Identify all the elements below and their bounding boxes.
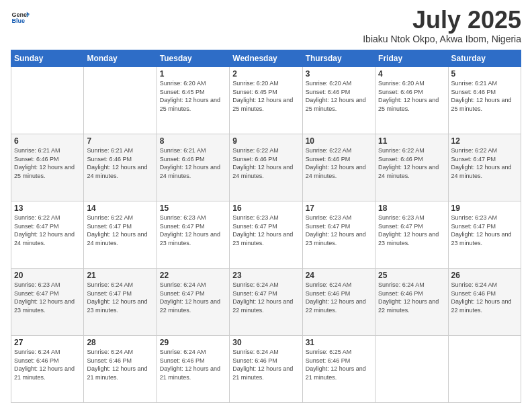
logo: General Blue xyxy=(11,8,30,27)
calendar-cell: 20Sunrise: 6:23 AM Sunset: 6:47 PM Dayli… xyxy=(11,269,84,336)
calendar-cell: 18Sunrise: 6:23 AM Sunset: 6:47 PM Dayli… xyxy=(375,201,448,269)
day-number: 17 xyxy=(306,203,372,213)
calendar-cell: 5Sunrise: 6:21 AM Sunset: 6:46 PM Daylig… xyxy=(448,67,521,134)
day-number: 11 xyxy=(378,136,445,146)
day-info: Sunrise: 6:20 AM Sunset: 6:45 PM Dayligh… xyxy=(232,79,299,113)
day-number: 2 xyxy=(232,69,299,79)
day-number: 4 xyxy=(378,69,445,79)
day-info: Sunrise: 6:22 AM Sunset: 6:47 PM Dayligh… xyxy=(451,146,518,180)
day-info: Sunrise: 6:20 AM Sunset: 6:45 PM Dayligh… xyxy=(160,79,226,113)
calendar-cell: 23Sunrise: 6:24 AM Sunset: 6:47 PM Dayli… xyxy=(230,269,302,336)
day-number: 14 xyxy=(87,203,153,213)
weekday-header-sunday: Sunday xyxy=(11,50,84,67)
calendar-cell: 19Sunrise: 6:23 AM Sunset: 6:47 PM Dayli… xyxy=(448,201,521,269)
day-info: Sunrise: 6:24 AM Sunset: 6:46 PM Dayligh… xyxy=(160,348,226,381)
day-number: 6 xyxy=(14,136,81,146)
day-info: Sunrise: 6:24 AM Sunset: 6:46 PM Dayligh… xyxy=(14,348,81,381)
calendar-cell: 3Sunrise: 6:20 AM Sunset: 6:46 PM Daylig… xyxy=(302,67,375,134)
calendar-cell: 14Sunrise: 6:22 AM Sunset: 6:47 PM Dayli… xyxy=(84,201,157,269)
week-row-1: 1Sunrise: 6:20 AM Sunset: 6:45 PM Daylig… xyxy=(11,67,521,134)
calendar-cell: 7Sunrise: 6:21 AM Sunset: 6:46 PM Daylig… xyxy=(84,134,157,201)
weekday-header-tuesday: Tuesday xyxy=(157,50,229,67)
day-number: 26 xyxy=(451,271,518,280)
week-row-2: 6Sunrise: 6:21 AM Sunset: 6:46 PM Daylig… xyxy=(11,134,521,201)
day-info: Sunrise: 6:21 AM Sunset: 6:46 PM Dayligh… xyxy=(87,146,153,180)
day-number: 15 xyxy=(160,203,226,213)
calendar-cell xyxy=(448,336,521,403)
day-info: Sunrise: 6:23 AM Sunset: 6:47 PM Dayligh… xyxy=(378,214,445,247)
week-row-5: 27Sunrise: 6:24 AM Sunset: 6:46 PM Dayli… xyxy=(11,336,521,403)
day-number: 22 xyxy=(160,271,226,280)
day-number: 18 xyxy=(378,203,445,213)
day-number: 27 xyxy=(14,338,81,347)
day-number: 9 xyxy=(232,136,299,146)
calendar-cell: 16Sunrise: 6:23 AM Sunset: 6:47 PM Dayli… xyxy=(230,201,302,269)
day-info: Sunrise: 6:24 AM Sunset: 6:46 PM Dayligh… xyxy=(306,281,372,314)
day-info: Sunrise: 6:24 AM Sunset: 6:47 PM Dayligh… xyxy=(160,281,226,314)
calendar-cell: 22Sunrise: 6:24 AM Sunset: 6:47 PM Dayli… xyxy=(157,269,229,336)
day-number: 5 xyxy=(451,69,518,79)
day-number: 23 xyxy=(232,271,299,280)
day-number: 20 xyxy=(14,271,81,280)
day-info: Sunrise: 6:20 AM Sunset: 6:46 PM Dayligh… xyxy=(306,79,372,113)
day-number: 10 xyxy=(306,136,372,146)
day-number: 12 xyxy=(451,136,518,146)
calendar-cell: 24Sunrise: 6:24 AM Sunset: 6:46 PM Dayli… xyxy=(302,269,375,336)
calendar-cell: 9Sunrise: 6:22 AM Sunset: 6:46 PM Daylig… xyxy=(230,134,302,201)
weekday-header-saturday: Saturday xyxy=(448,50,521,67)
day-info: Sunrise: 6:21 AM Sunset: 6:46 PM Dayligh… xyxy=(451,79,518,113)
weekday-header-row: SundayMondayTuesdayWednesdayThursdayFrid… xyxy=(11,50,521,67)
day-info: Sunrise: 6:23 AM Sunset: 6:47 PM Dayligh… xyxy=(306,214,372,247)
day-number: 19 xyxy=(451,203,518,213)
day-info: Sunrise: 6:24 AM Sunset: 6:46 PM Dayligh… xyxy=(378,281,445,314)
calendar-cell: 26Sunrise: 6:24 AM Sunset: 6:46 PM Dayli… xyxy=(448,269,521,336)
day-info: Sunrise: 6:22 AM Sunset: 6:46 PM Dayligh… xyxy=(232,146,299,180)
day-number: 1 xyxy=(160,69,226,79)
calendar-cell: 30Sunrise: 6:24 AM Sunset: 6:46 PM Dayli… xyxy=(230,336,302,403)
calendar-cell: 13Sunrise: 6:22 AM Sunset: 6:47 PM Dayli… xyxy=(11,201,84,269)
day-info: Sunrise: 6:23 AM Sunset: 6:47 PM Dayligh… xyxy=(14,281,81,314)
calendar-cell xyxy=(84,67,157,134)
day-info: Sunrise: 6:21 AM Sunset: 6:46 PM Dayligh… xyxy=(14,146,81,180)
weekday-header-thursday: Thursday xyxy=(302,50,375,67)
calendar-cell: 15Sunrise: 6:23 AM Sunset: 6:47 PM Dayli… xyxy=(157,201,229,269)
calendar-cell: 1Sunrise: 6:20 AM Sunset: 6:45 PM Daylig… xyxy=(157,67,229,134)
calendar-cell: 21Sunrise: 6:24 AM Sunset: 6:47 PM Dayli… xyxy=(84,269,157,336)
title-block: July 2025 Ibiaku Ntok Okpo, Akwa Ibom, N… xyxy=(363,8,521,44)
weekday-header-wednesday: Wednesday xyxy=(230,50,302,67)
calendar-cell: 29Sunrise: 6:24 AM Sunset: 6:46 PM Dayli… xyxy=(157,336,229,403)
day-number: 7 xyxy=(87,136,153,146)
day-number: 24 xyxy=(306,271,372,280)
day-number: 8 xyxy=(160,136,226,146)
day-info: Sunrise: 6:21 AM Sunset: 6:46 PM Dayligh… xyxy=(160,146,226,180)
day-number: 13 xyxy=(14,203,81,213)
day-info: Sunrise: 6:25 AM Sunset: 6:46 PM Dayligh… xyxy=(306,348,372,381)
day-info: Sunrise: 6:24 AM Sunset: 6:47 PM Dayligh… xyxy=(87,281,153,314)
day-info: Sunrise: 6:23 AM Sunset: 6:47 PM Dayligh… xyxy=(160,214,226,247)
day-info: Sunrise: 6:24 AM Sunset: 6:46 PM Dayligh… xyxy=(232,348,299,381)
calendar-cell: 10Sunrise: 6:22 AM Sunset: 6:46 PM Dayli… xyxy=(302,134,375,201)
day-info: Sunrise: 6:22 AM Sunset: 6:46 PM Dayligh… xyxy=(306,146,372,180)
day-info: Sunrise: 6:23 AM Sunset: 6:47 PM Dayligh… xyxy=(232,214,299,247)
day-info: Sunrise: 6:24 AM Sunset: 6:46 PM Dayligh… xyxy=(87,348,153,381)
calendar-cell: 8Sunrise: 6:21 AM Sunset: 6:46 PM Daylig… xyxy=(157,134,229,201)
day-number: 3 xyxy=(306,69,372,79)
calendar-cell: 25Sunrise: 6:24 AM Sunset: 6:46 PM Dayli… xyxy=(375,269,448,336)
day-info: Sunrise: 6:20 AM Sunset: 6:46 PM Dayligh… xyxy=(378,79,445,113)
calendar-cell: 12Sunrise: 6:22 AM Sunset: 6:47 PM Dayli… xyxy=(448,134,521,201)
location: Ibiaku Ntok Okpo, Akwa Ibom, Nigeria xyxy=(363,34,521,44)
header: General Blue July 2025 Ibiaku Ntok Okpo,… xyxy=(11,8,521,44)
weekday-header-friday: Friday xyxy=(375,50,448,67)
day-number: 31 xyxy=(306,338,372,347)
calendar-cell xyxy=(11,67,84,134)
calendar-table: SundayMondayTuesdayWednesdayThursdayFrid… xyxy=(11,50,521,403)
day-number: 28 xyxy=(87,338,153,347)
calendar-cell: 28Sunrise: 6:24 AM Sunset: 6:46 PM Dayli… xyxy=(84,336,157,403)
page: General Blue July 2025 Ibiaku Ntok Okpo,… xyxy=(0,0,532,411)
day-info: Sunrise: 6:24 AM Sunset: 6:47 PM Dayligh… xyxy=(232,281,299,314)
week-row-4: 20Sunrise: 6:23 AM Sunset: 6:47 PM Dayli… xyxy=(11,269,521,336)
logo-icon: General Blue xyxy=(11,8,30,27)
calendar-cell: 31Sunrise: 6:25 AM Sunset: 6:46 PM Dayli… xyxy=(302,336,375,403)
day-number: 29 xyxy=(160,338,226,347)
day-info: Sunrise: 6:22 AM Sunset: 6:47 PM Dayligh… xyxy=(14,214,81,247)
